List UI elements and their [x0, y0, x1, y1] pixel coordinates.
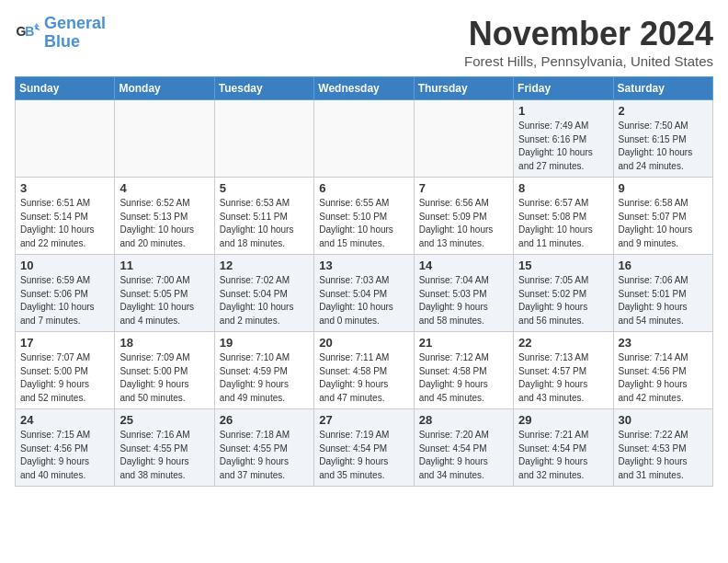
calendar-cell: 14Sunrise: 7:04 AM Sunset: 5:03 PM Dayli… [414, 255, 513, 332]
calendar-cell: 6Sunrise: 6:55 AM Sunset: 5:10 PM Daylig… [314, 178, 414, 255]
day-number: 22 [518, 336, 608, 350]
day-number: 17 [20, 336, 109, 350]
day-info: Sunrise: 6:51 AM Sunset: 5:14 PM Dayligh… [20, 197, 109, 250]
day-info: Sunrise: 7:13 AM Sunset: 4:57 PM Dayligh… [518, 351, 608, 405]
day-number: 15 [518, 259, 608, 272]
calendar-cell [214, 100, 313, 178]
calendar-cell: 5Sunrise: 6:53 AM Sunset: 5:11 PM Daylig… [214, 178, 313, 255]
day-info: Sunrise: 7:12 AM Sunset: 4:58 PM Dayligh… [419, 351, 508, 405]
day-number: 2 [619, 104, 708, 118]
day-number: 12 [220, 259, 309, 272]
day-info: Sunrise: 7:07 AM Sunset: 5:00 PM Dayligh… [20, 351, 109, 405]
week-row-5: 24Sunrise: 7:15 AM Sunset: 4:56 PM Dayli… [16, 409, 713, 487]
logo-text-line2: Blue [44, 33, 106, 52]
logo-text-line1: General [44, 15, 106, 33]
day-info: Sunrise: 7:21 AM Sunset: 4:54 PM Dayligh… [518, 429, 608, 482]
month-title: November 2024 [464, 15, 713, 53]
calendar-cell: 13Sunrise: 7:03 AM Sunset: 5:04 PM Dayli… [314, 255, 414, 332]
calendar-cell: 20Sunrise: 7:11 AM Sunset: 4:58 PM Dayli… [314, 332, 414, 409]
week-row-2: 3Sunrise: 6:51 AM Sunset: 5:14 PM Daylig… [16, 178, 713, 255]
calendar-cell: 29Sunrise: 7:21 AM Sunset: 4:54 PM Dayli… [514, 409, 613, 487]
calendar-cell [314, 100, 414, 178]
day-info: Sunrise: 7:22 AM Sunset: 4:53 PM Dayligh… [619, 429, 708, 482]
day-info: Sunrise: 7:15 AM Sunset: 4:56 PM Dayligh… [20, 429, 109, 482]
day-info: Sunrise: 6:58 AM Sunset: 5:07 PM Dayligh… [619, 197, 708, 250]
day-number: 10 [20, 259, 109, 272]
day-number: 16 [619, 259, 708, 272]
calendar-cell: 2Sunrise: 7:50 AM Sunset: 6:15 PM Daylig… [613, 100, 712, 178]
day-info: Sunrise: 7:16 AM Sunset: 4:55 PM Dayligh… [119, 429, 209, 482]
day-info: Sunrise: 7:18 AM Sunset: 4:55 PM Dayligh… [220, 429, 309, 482]
calendar-cell: 28Sunrise: 7:20 AM Sunset: 4:54 PM Dayli… [414, 409, 513, 487]
day-info: Sunrise: 7:02 AM Sunset: 5:04 PM Dayligh… [220, 274, 309, 327]
day-info: Sunrise: 6:59 AM Sunset: 5:06 PM Dayligh… [20, 274, 109, 327]
weekday-header-wednesday: Wednesday [314, 77, 414, 100]
day-number: 20 [319, 336, 408, 350]
day-number: 25 [119, 413, 209, 427]
calendar-cell: 11Sunrise: 7:00 AM Sunset: 5:05 PM Dayli… [115, 255, 214, 332]
weekday-header-monday: Monday [115, 77, 214, 100]
day-number: 7 [419, 181, 508, 195]
calendar-cell: 19Sunrise: 7:10 AM Sunset: 4:59 PM Dayli… [214, 332, 313, 409]
day-number: 1 [518, 104, 608, 118]
day-info: Sunrise: 7:19 AM Sunset: 4:54 PM Dayligh… [319, 429, 408, 482]
calendar-cell: 12Sunrise: 7:02 AM Sunset: 5:04 PM Dayli… [214, 255, 313, 332]
week-row-3: 10Sunrise: 6:59 AM Sunset: 5:06 PM Dayli… [16, 255, 713, 332]
calendar-cell: 4Sunrise: 6:52 AM Sunset: 5:13 PM Daylig… [115, 178, 214, 255]
day-number: 3 [20, 181, 109, 195]
day-info: Sunrise: 7:00 AM Sunset: 5:05 PM Dayligh… [119, 274, 209, 327]
day-number: 6 [319, 181, 408, 195]
day-number: 19 [220, 336, 309, 350]
calendar-cell: 24Sunrise: 7:15 AM Sunset: 4:56 PM Dayli… [16, 409, 115, 487]
day-info: Sunrise: 7:06 AM Sunset: 5:01 PM Dayligh… [619, 274, 708, 327]
day-number: 30 [619, 413, 708, 427]
day-number: 23 [619, 336, 708, 350]
day-info: Sunrise: 7:03 AM Sunset: 5:04 PM Dayligh… [319, 274, 408, 327]
day-info: Sunrise: 7:50 AM Sunset: 6:15 PM Dayligh… [619, 120, 708, 173]
calendar-cell: 30Sunrise: 7:22 AM Sunset: 4:53 PM Dayli… [613, 409, 712, 487]
weekday-header-thursday: Thursday [414, 77, 513, 100]
calendar-cell: 26Sunrise: 7:18 AM Sunset: 4:55 PM Dayli… [214, 409, 313, 487]
weekday-header-sunday: Sunday [16, 77, 115, 100]
day-number: 18 [119, 336, 209, 350]
calendar-cell: 9Sunrise: 6:58 AM Sunset: 5:07 PM Daylig… [613, 178, 712, 255]
calendar-cell: 3Sunrise: 6:51 AM Sunset: 5:14 PM Daylig… [16, 178, 115, 255]
day-number: 11 [119, 259, 209, 272]
header: G B General Blue November 2024 Forest Hi… [15, 15, 713, 69]
calendar-cell: 1Sunrise: 7:49 AM Sunset: 6:16 PM Daylig… [514, 100, 613, 178]
day-info: Sunrise: 6:57 AM Sunset: 5:08 PM Dayligh… [518, 197, 608, 250]
day-info: Sunrise: 7:49 AM Sunset: 6:16 PM Dayligh… [518, 120, 608, 173]
day-info: Sunrise: 7:10 AM Sunset: 4:59 PM Dayligh… [220, 351, 309, 405]
day-number: 13 [319, 259, 408, 272]
calendar-cell: 15Sunrise: 7:05 AM Sunset: 5:02 PM Dayli… [514, 255, 613, 332]
calendar-cell: 17Sunrise: 7:07 AM Sunset: 5:00 PM Dayli… [16, 332, 115, 409]
day-number: 29 [518, 413, 608, 427]
weekday-header-row: SundayMondayTuesdayWednesdayThursdayFrid… [16, 77, 713, 100]
svg-marker-3 [34, 23, 40, 27]
day-info: Sunrise: 7:09 AM Sunset: 5:00 PM Dayligh… [119, 351, 209, 405]
day-info: Sunrise: 7:11 AM Sunset: 4:58 PM Dayligh… [319, 351, 408, 405]
calendar-cell: 21Sunrise: 7:12 AM Sunset: 4:58 PM Dayli… [414, 332, 513, 409]
calendar-cell: 18Sunrise: 7:09 AM Sunset: 5:00 PM Dayli… [115, 332, 214, 409]
calendar-cell: 23Sunrise: 7:14 AM Sunset: 4:56 PM Dayli… [613, 332, 712, 409]
week-row-4: 17Sunrise: 7:07 AM Sunset: 5:00 PM Dayli… [16, 332, 713, 409]
day-info: Sunrise: 7:20 AM Sunset: 4:54 PM Dayligh… [419, 429, 508, 482]
calendar-cell: 8Sunrise: 6:57 AM Sunset: 5:08 PM Daylig… [514, 178, 613, 255]
calendar-cell: 16Sunrise: 7:06 AM Sunset: 5:01 PM Dayli… [613, 255, 712, 332]
calendar-cell: 7Sunrise: 6:56 AM Sunset: 5:09 PM Daylig… [414, 178, 513, 255]
day-number: 5 [220, 181, 309, 195]
weekday-header-friday: Friday [514, 77, 613, 100]
weekday-header-saturday: Saturday [613, 77, 712, 100]
weekday-header-tuesday: Tuesday [214, 77, 313, 100]
calendar-cell [16, 100, 115, 178]
day-number: 8 [518, 181, 608, 195]
logo-icon: G B [15, 20, 40, 46]
calendar-cell [115, 100, 214, 178]
calendar-cell: 22Sunrise: 7:13 AM Sunset: 4:57 PM Dayli… [514, 332, 613, 409]
day-info: Sunrise: 6:52 AM Sunset: 5:13 PM Dayligh… [119, 197, 209, 250]
calendar-cell [414, 100, 513, 178]
day-number: 26 [220, 413, 309, 427]
day-number: 14 [419, 259, 508, 272]
day-number: 4 [119, 181, 209, 195]
calendar-cell: 10Sunrise: 6:59 AM Sunset: 5:06 PM Dayli… [16, 255, 115, 332]
